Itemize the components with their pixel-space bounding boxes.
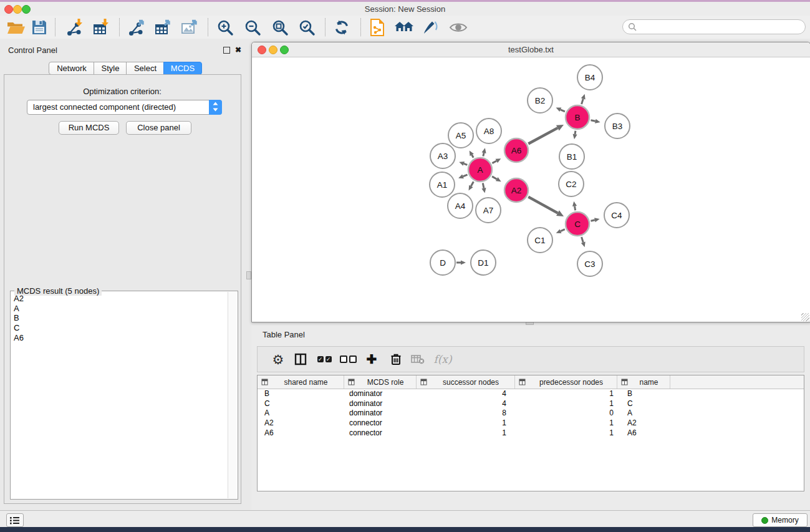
edge-B-B2[interactable] <box>561 110 565 112</box>
edge-A6-B[interactable] <box>528 128 557 143</box>
cell[interactable]: A2 <box>258 418 344 428</box>
vertical-split-handle[interactable] <box>246 271 251 279</box>
node-A5[interactable]: A5 <box>448 123 473 148</box>
node-A2[interactable]: A2 <box>504 178 528 202</box>
edge-B-B4[interactable] <box>582 99 584 104</box>
edge-A-A4[interactable] <box>471 181 473 186</box>
cell[interactable]: 1 <box>515 399 617 409</box>
edge-C-C1[interactable] <box>561 230 565 231</box>
network-canvas[interactable]: B4B2BB3A8A5A6B1A3AC2A1A2A4A7C4CC1C3DD1 <box>252 57 810 322</box>
node-C[interactable]: C <box>566 212 589 236</box>
close-panel-icon[interactable]: ✖ <box>235 46 241 54</box>
home-icon[interactable] <box>394 18 414 37</box>
cell[interactable]: 1 <box>515 389 617 399</box>
cell[interactable]: A6 <box>617 428 670 438</box>
edge-A-A5[interactable] <box>472 155 474 157</box>
resize-grip[interactable] <box>801 313 809 321</box>
function-builder-icon[interactable]: f(x) <box>432 347 453 372</box>
criterion-dropdown[interactable]: largest connected component (directed) <box>27 100 222 115</box>
edge-A-A2[interactable] <box>492 177 497 179</box>
result-scrollbar[interactable] <box>228 292 237 498</box>
node-D1[interactable]: D1 <box>471 250 496 275</box>
memory-button[interactable]: Memory <box>753 513 808 527</box>
search-input[interactable] <box>639 21 801 33</box>
tab-select[interactable]: Select <box>126 62 165 75</box>
edge-B-B3[interactable] <box>591 120 595 122</box>
table-row-B[interactable]: Bdominator41B <box>258 389 804 399</box>
node-A1[interactable]: A1 <box>430 172 455 197</box>
node-B[interactable]: B <box>566 105 589 129</box>
show-hide-icon[interactable] <box>448 18 468 37</box>
export-network-icon[interactable] <box>127 18 147 37</box>
cell[interactable]: connector <box>344 428 417 438</box>
import-network-icon[interactable] <box>65 18 85 37</box>
cell[interactable]: A2 <box>617 418 670 428</box>
table-row-A2[interactable]: A2connector11A2 <box>258 418 804 428</box>
node-C2[interactable]: C2 <box>559 172 584 196</box>
column-header-predecessor-nodes[interactable]: predecessor nodes <box>515 375 617 389</box>
table-row-C[interactable]: Cdominator41C <box>258 399 804 409</box>
node-A3[interactable]: A3 <box>430 143 455 168</box>
edge-A-A3[interactable] <box>464 163 468 165</box>
node-C4[interactable]: C4 <box>604 203 629 228</box>
cell[interactable]: 1 <box>515 418 617 428</box>
cell[interactable]: C <box>617 399 670 409</box>
column-header-MCDS-role[interactable]: MCDS role <box>344 375 417 389</box>
select-all-icon[interactable]: ✓✓ <box>314 347 335 372</box>
cell[interactable]: A <box>617 409 670 418</box>
column-header-successor-nodes[interactable]: successor nodes <box>417 375 515 389</box>
edge-A-A8[interactable] <box>483 153 484 156</box>
node-A7[interactable]: A7 <box>476 198 501 223</box>
edge-A-A1[interactable] <box>463 175 468 177</box>
zoom-out-icon[interactable] <box>243 18 263 37</box>
mcds-result-item[interactable]: C <box>11 323 227 333</box>
table-row-A6[interactable]: A6connector11A6 <box>258 428 804 438</box>
cell[interactable]: 1 <box>515 428 617 438</box>
export-image-icon[interactable] <box>180 18 200 37</box>
deselect-all-icon[interactable] <box>337 347 359 372</box>
node-A8[interactable]: A8 <box>476 118 501 143</box>
close-panel-button[interactable]: Close panel <box>126 121 191 135</box>
zoom-selected-icon[interactable] <box>297 18 317 37</box>
apply-layout-icon[interactable] <box>332 18 352 37</box>
edge-A-A7[interactable] <box>483 183 484 188</box>
export-table-icon[interactable] <box>153 18 173 37</box>
delete-table-icon[interactable] <box>407 347 428 372</box>
node-B1[interactable]: B1 <box>559 144 584 169</box>
new-network-icon[interactable] <box>367 18 387 37</box>
import-table-icon[interactable] <box>91 18 111 37</box>
delete-column-icon[interactable] <box>385 347 407 372</box>
tab-style[interactable]: Style <box>94 62 127 75</box>
node-C3[interactable]: C3 <box>577 251 602 276</box>
cell[interactable]: dominator <box>344 409 417 418</box>
style-brush-icon[interactable] <box>420 18 440 37</box>
tab-network[interactable]: Network <box>49 62 95 75</box>
cell[interactable]: A6 <box>258 428 344 438</box>
edge-B-B1[interactable] <box>575 131 576 135</box>
save-session-icon[interactable] <box>29 18 49 37</box>
mcds-result-item[interactable]: A6 <box>11 333 227 343</box>
mcds-result-item[interactable]: A2 <box>11 294 227 304</box>
cell[interactable]: 8 <box>417 409 515 418</box>
table-row-A[interactable]: Adominator80A <box>258 409 804 418</box>
node-B4[interactable]: B4 <box>577 65 602 90</box>
node-A6[interactable]: A6 <box>504 138 528 162</box>
edge-C-C2[interactable] <box>575 206 576 211</box>
cell[interactable]: dominator <box>344 399 417 409</box>
cell[interactable]: A <box>258 409 344 418</box>
node-B3[interactable]: B3 <box>605 114 630 138</box>
cell[interactable]: 1 <box>417 428 515 438</box>
cell[interactable]: 1 <box>417 418 515 428</box>
cell[interactable]: 4 <box>417 399 515 409</box>
cell[interactable]: B <box>617 389 670 399</box>
node-B2[interactable]: B2 <box>528 88 552 113</box>
column-visibility-icon[interactable] <box>290 347 311 372</box>
tab-mcds[interactable]: MCDS <box>163 62 202 75</box>
cell[interactable]: connector <box>344 418 417 428</box>
mcds-result-item[interactable]: A <box>11 304 227 314</box>
add-column-icon[interactable]: ✚ <box>361 347 382 372</box>
edge-C-C4[interactable] <box>591 220 594 221</box>
table-settings-icon[interactable]: ⚙ <box>268 347 289 372</box>
edge-A2-C[interactable] <box>528 197 557 213</box>
run-mcds-button[interactable]: Run MCDS <box>59 121 119 135</box>
